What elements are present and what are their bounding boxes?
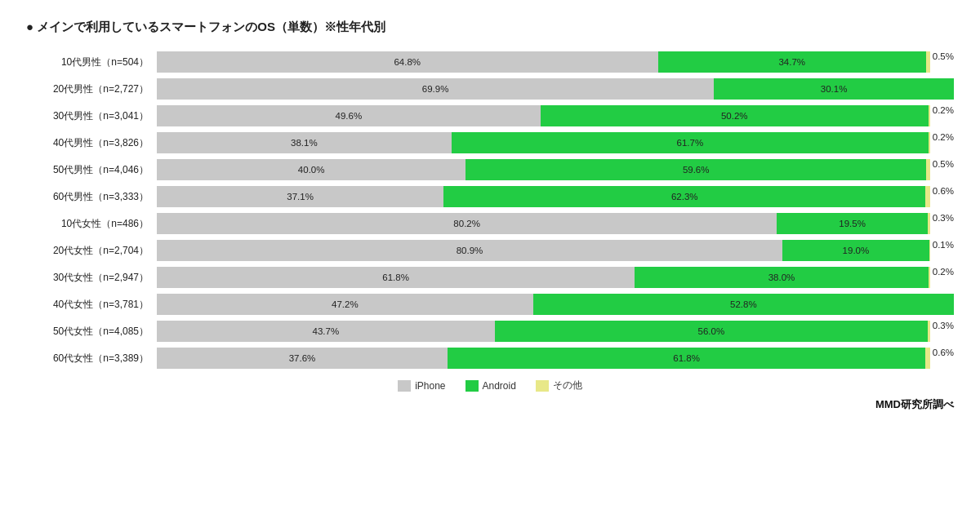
- bar-container: 61.8%38.0%0.2%: [157, 267, 954, 288]
- row-label: 20代男性（n=2,727）: [26, 82, 157, 96]
- bar-android: 38.0%: [635, 267, 929, 288]
- bar-iphone: 37.6%: [157, 348, 448, 369]
- bar-other: [928, 213, 930, 234]
- title-text: ● メインで利用しているスマートフォンのOS（単数）※性年代別: [26, 20, 385, 35]
- bar-iphone: 80.2%: [157, 213, 777, 234]
- bar-container: 40.0%59.6%0.5%: [157, 159, 954, 180]
- table-row: 20代女性（n=2,704）80.9%19.0%0.1%: [26, 238, 954, 263]
- row-label: 60代女性（n=3,389）: [26, 352, 157, 366]
- row-label: 50代女性（n=4,085）: [26, 325, 157, 339]
- bar-container: 47.2%52.8%: [157, 294, 954, 315]
- bar-other-label: 0.2%: [930, 267, 954, 288]
- bar-iphone: 80.9%: [157, 240, 782, 261]
- row-label: 10代男性（n=504）: [26, 55, 157, 69]
- bar-other: [929, 132, 930, 153]
- row-label: 30代男性（n=3,041）: [26, 109, 157, 123]
- row-label: 60代男性（n=3,333）: [26, 190, 157, 204]
- bar-android: 61.7%: [452, 132, 929, 153]
- bar-other: [926, 51, 930, 73]
- table-row: 10代女性（n=486）80.2%19.5%0.3%: [26, 211, 954, 236]
- bar-other: [929, 105, 930, 126]
- bar-iphone: 37.1%: [157, 186, 443, 207]
- legend-iphone-label: iPhone: [415, 380, 445, 392]
- bar-android: 52.8%: [533, 294, 954, 315]
- footer-text: MMD研究所調べ: [875, 397, 954, 412]
- bar-other-label: 0.1%: [930, 240, 954, 261]
- bar-container: 37.1%62.3%0.6%: [157, 186, 954, 207]
- bar-other-label: 0.3%: [930, 321, 954, 342]
- bar-iphone: 47.2%: [157, 294, 533, 315]
- bar-android: 61.8%: [448, 348, 925, 369]
- bar-other-label: 0.5%: [930, 159, 954, 180]
- bar-other: [925, 186, 930, 207]
- bar-android: 19.5%: [777, 213, 928, 234]
- legend-other-label: その他: [553, 379, 582, 392]
- bar-container: 80.9%19.0%0.1%: [157, 240, 954, 261]
- bar-other-label: 0.3%: [930, 213, 954, 234]
- bar-iphone: 40.0%: [157, 159, 466, 180]
- table-row: 30代男性（n=3,041）49.6%50.2%0.2%: [26, 104, 954, 128]
- row-label: 50代男性（n=4,046）: [26, 163, 157, 177]
- bar-other-label: 0.5%: [930, 51, 954, 73]
- legend-android-label: Android: [483, 380, 516, 392]
- iphone-swatch: [398, 380, 411, 392]
- table-row: 60代女性（n=3,389）37.6%61.8%0.6%: [26, 346, 954, 370]
- row-label: 20代女性（n=2,704）: [26, 244, 157, 258]
- chart-title: ● メインで利用しているスマートフォンのOS（単数）※性年代別: [26, 20, 954, 35]
- bar-other-label: 0.6%: [930, 348, 954, 369]
- bar-iphone: 61.8%: [157, 267, 635, 288]
- table-row: 40代女性（n=3,781）47.2%52.8%: [26, 292, 954, 317]
- bar-other-label: 0.6%: [930, 186, 954, 207]
- table-row: 50代女性（n=4,085）43.7%56.0%0.3%: [26, 319, 954, 343]
- bar-other: [926, 159, 930, 180]
- table-row: 40代男性（n=3,826）38.1%61.7%0.2%: [26, 131, 954, 155]
- bar-android: 59.6%: [466, 159, 926, 180]
- legend-iphone: iPhone: [398, 380, 445, 392]
- bar-container: 43.7%56.0%0.3%: [157, 321, 954, 342]
- bar-iphone: 64.8%: [157, 51, 658, 73]
- bar-android: 50.2%: [541, 105, 929, 126]
- bar-container: 37.6%61.8%0.6%: [157, 348, 954, 369]
- bar-other: [925, 348, 930, 369]
- bar-iphone: 49.6%: [157, 105, 541, 126]
- bar-other-label: 0.2%: [930, 105, 954, 126]
- table-row: 20代男性（n=2,727）69.9%30.1%: [26, 77, 954, 101]
- bar-android: 19.0%: [782, 240, 929, 261]
- bar-iphone: 69.9%: [157, 78, 714, 100]
- android-swatch: [466, 380, 479, 392]
- table-row: 30代女性（n=2,947）61.8%38.0%0.2%: [26, 265, 954, 290]
- row-label: 40代女性（n=3,781）: [26, 298, 157, 312]
- legend-other: その他: [536, 379, 582, 392]
- row-label: 40代男性（n=3,826）: [26, 136, 157, 150]
- bar-other: [929, 267, 930, 288]
- row-label: 10代女性（n=486）: [26, 217, 157, 231]
- other-swatch: [536, 380, 549, 392]
- bar-container: 80.2%19.5%0.3%: [157, 213, 954, 234]
- bar-other-label: 0.2%: [930, 132, 954, 153]
- bar-android: 34.7%: [658, 51, 927, 73]
- table-row: 10代男性（n=504）64.8%34.7%0.5%: [26, 50, 954, 74]
- bar-other: [928, 321, 930, 342]
- legend-android: Android: [466, 380, 516, 392]
- footer: MMD研究所調べ: [26, 397, 954, 412]
- bar-iphone: 43.7%: [157, 321, 495, 342]
- table-row: 60代男性（n=3,333）37.1%62.3%0.6%: [26, 184, 954, 209]
- legend: iPhone Android その他: [26, 379, 954, 392]
- bar-container: 69.9%30.1%: [157, 78, 954, 100]
- chart-area: 10代男性（n=504）64.8%34.7%0.5%20代男性（n=2,727）…: [26, 50, 954, 370]
- bar-android: 30.1%: [714, 78, 954, 100]
- bar-iphone: 38.1%: [157, 132, 452, 153]
- bar-android: 62.3%: [443, 186, 925, 207]
- table-row: 50代男性（n=4,046）40.0%59.6%0.5%: [26, 157, 954, 182]
- bar-container: 38.1%61.7%0.2%: [157, 132, 954, 153]
- bar-container: 64.8%34.7%0.5%: [157, 51, 954, 73]
- row-label: 30代女性（n=2,947）: [26, 271, 157, 285]
- bar-container: 49.6%50.2%0.2%: [157, 105, 954, 126]
- bar-android: 56.0%: [495, 321, 928, 342]
- bar-other: [929, 240, 930, 261]
